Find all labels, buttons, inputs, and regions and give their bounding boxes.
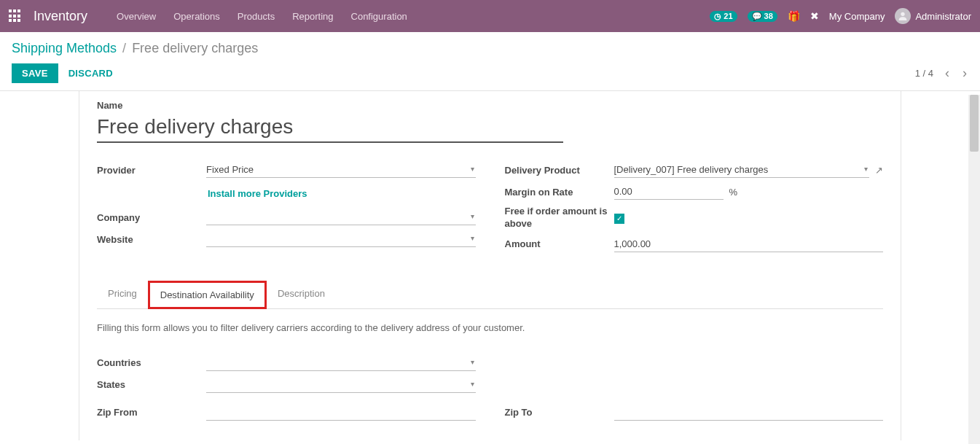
free-if-label: Free if order amount is above [505, 206, 614, 230]
states-select[interactable] [206, 377, 476, 393]
nav-overview[interactable]: Overview [117, 11, 156, 22]
nav-reporting[interactable]: Reporting [292, 11, 333, 22]
form-left-column: Provider ▾ Install more Providers Compan… [97, 162, 476, 258]
tools-icon[interactable]: ✖ [810, 10, 819, 22]
scrollbar-thumb[interactable] [970, 95, 979, 152]
tab-bar: Pricing Destination Availability Descrip… [97, 280, 883, 309]
zipfrom-label: Zip From [97, 407, 206, 418]
website-select[interactable] [206, 231, 476, 247]
company-select[interactable] [206, 209, 476, 225]
zipto-label: Zip To [505, 407, 614, 418]
app-brand[interactable]: Inventory [34, 9, 87, 24]
user-name: Administrator [915, 11, 971, 22]
zipfrom-input[interactable] [206, 405, 476, 421]
website-label: Website [97, 234, 206, 245]
breadcrumb-current: Free delivery charges [132, 41, 258, 56]
scrollbar-track[interactable] [968, 95, 980, 444]
form-right-column: Delivery Product ▾ ↗ Margin on Rate % [505, 162, 884, 258]
save-button[interactable]: SAVE [12, 63, 58, 83]
margin-suffix: % [729, 187, 738, 198]
clock-icon: ◷ [714, 12, 721, 21]
install-providers-link[interactable]: Install more Providers [208, 184, 307, 203]
breadcrumb-separator: / [122, 41, 126, 56]
zipto-input[interactable] [614, 405, 884, 421]
tab-description-text: Filling this form allows you to filter d… [97, 322, 883, 333]
activity-count: 21 [724, 12, 732, 20]
company-selector[interactable]: My Company [829, 11, 885, 22]
margin-input[interactable] [614, 184, 724, 200]
amount-input[interactable] [614, 236, 884, 252]
external-link-icon[interactable]: ↗ [875, 165, 883, 176]
apps-icon[interactable] [9, 9, 22, 23]
pager: 1 / 4 ‹ › [915, 66, 968, 81]
nav-right: ◷21 💬38 🎁 ✖ My Company Administrator [710, 8, 971, 24]
pager-count: 1 / 4 [915, 68, 933, 79]
nav-configuration[interactable]: Configuration [351, 11, 407, 22]
actions-row: SAVE DISCARD 1 / 4 ‹ › [12, 63, 968, 83]
nav-operations[interactable]: Operations [173, 11, 220, 22]
margin-label: Margin on Rate [505, 187, 614, 198]
pager-prev[interactable]: ‹ [944, 66, 951, 81]
nav-menu: Overview Operations Products Reporting C… [117, 11, 710, 22]
amount-label: Amount [505, 238, 614, 249]
countries-select[interactable] [206, 355, 476, 371]
tab-destination-availability[interactable]: Destination Availability [148, 281, 267, 309]
pager-next[interactable]: › [961, 66, 968, 81]
avatar-icon [895, 8, 911, 24]
form-scroll[interactable]: Name Provider ▾ Install more Providers C… [0, 91, 980, 440]
discard-button[interactable]: DISCARD [68, 68, 113, 79]
tab-pricing[interactable]: Pricing [97, 281, 148, 309]
form-sheet: Name Provider ▾ Install more Providers C… [79, 91, 901, 440]
activity-badge[interactable]: ◷21 [710, 11, 737, 22]
name-label: Name [97, 100, 883, 111]
states-label: States [97, 379, 206, 390]
messages-badge[interactable]: 💬38 [748, 11, 777, 22]
name-input[interactable] [97, 114, 563, 143]
control-bar: Shipping Methods / Free delivery charges… [0, 32, 980, 91]
breadcrumb: Shipping Methods / Free delivery charges [12, 41, 968, 56]
nav-products[interactable]: Products [238, 11, 275, 22]
user-menu[interactable]: Administrator [895, 8, 971, 24]
svg-point-0 [901, 12, 905, 16]
top-navbar: Inventory Overview Operations Products R… [0, 0, 980, 32]
chat-icon: 💬 [752, 12, 762, 21]
tab-description[interactable]: Description [267, 281, 336, 309]
delivery-product-select[interactable] [614, 162, 870, 178]
provider-label: Provider [97, 165, 206, 176]
free-if-checkbox[interactable]: ✓ [614, 214, 624, 224]
company-label: Company [97, 212, 206, 223]
delivery-product-label: Delivery Product [505, 165, 614, 176]
countries-label: Countries [97, 357, 206, 368]
gift-icon[interactable]: 🎁 [788, 10, 800, 22]
breadcrumb-parent[interactable]: Shipping Methods [12, 41, 117, 56]
provider-select[interactable] [206, 162, 476, 178]
messages-count: 38 [764, 12, 773, 20]
